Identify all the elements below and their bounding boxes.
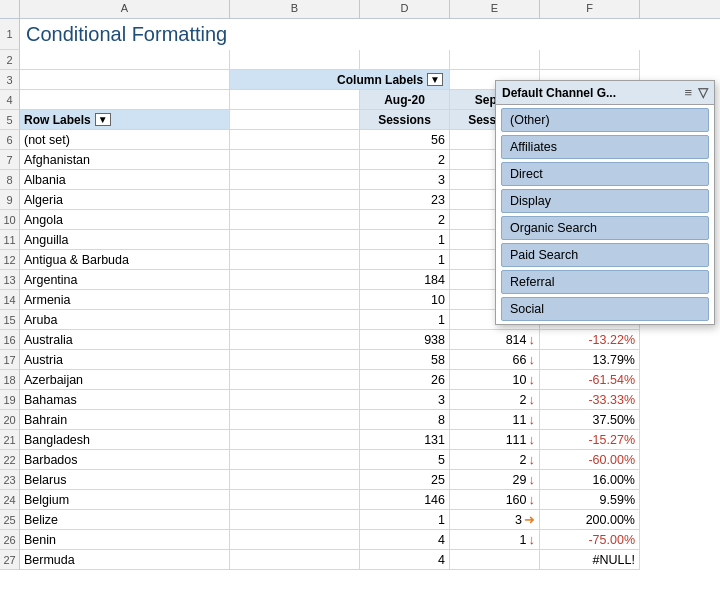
table-row: 25Belize13 ➜200.00% [0,510,720,530]
r4-A [20,90,230,110]
b-cell [230,390,360,410]
aug-sessions-cell: 26 [360,370,450,390]
country-name-cell: Australia [20,330,230,350]
r3-A [20,70,230,90]
r2-D [360,50,450,70]
aug-sessions-cell: 184 [360,270,450,290]
table-row: 19Bahamas32 ↓-33.33% [0,390,720,410]
rownum-2: 2 [0,50,20,70]
variance-cell: -60.00% [540,450,640,470]
country-name-cell: Barbados [20,450,230,470]
rownum-cell: 7 [0,150,20,170]
variance-cell: -13.22% [540,330,640,350]
country-name-cell: Aruba [20,310,230,330]
filter-item[interactable]: Affiliates [501,135,709,159]
country-name-cell: Anguilla [20,230,230,250]
trend-arrow-icon: ↓ [529,472,536,487]
b-cell [230,530,360,550]
filter-item[interactable]: Organic Search [501,216,709,240]
b-cell [230,330,360,350]
aug-sessions-cell: 1 [360,310,450,330]
r2-E [450,50,540,70]
country-name-cell: Afghanistan [20,150,230,170]
country-name-cell: Belize [20,510,230,530]
table-row: 23Belarus2529 ↓16.00% [0,470,720,490]
filter-panel-header: Default Channel G... ≡ ▽ [496,81,714,105]
filter-item[interactable]: Display [501,189,709,213]
trend-arrow-icon: ➜ [524,512,535,527]
col-D-letter: D [360,0,450,18]
sep-sessions-cell: 2 ↓ [450,390,540,410]
variance-cell: 16.00% [540,470,640,490]
r5-B [230,110,360,130]
aug-sessions-cell: 4 [360,530,450,550]
country-name-cell: Antigua & Barbuda [20,250,230,270]
b-cell [230,230,360,250]
r2-A [20,50,230,70]
b-cell [230,470,360,490]
aug-sessions-cell: 3 [360,390,450,410]
aug-sessions-cell: 1 [360,510,450,530]
variance-cell: -33.33% [540,390,640,410]
rownum-cell: 24 [0,490,20,510]
country-name-cell: Bahamas [20,390,230,410]
filter-funnel-icon[interactable]: ▽ [698,85,708,100]
filter-item[interactable]: Paid Search [501,243,709,267]
rownum-cell: 11 [0,230,20,250]
rownum-3: 3 [0,70,20,90]
country-name-cell: Benin [20,530,230,550]
variance-cell: 37.50% [540,410,640,430]
filter-sort-icon[interactable]: ≡ [684,85,692,100]
rownum-cell: 18 [0,370,20,390]
rownum-4: 4 [0,90,20,110]
col-B-letter: B [230,0,360,18]
filter-item[interactable]: (Other) [501,108,709,132]
sep-sessions-cell: 11 ↓ [450,410,540,430]
table-row: 18Azerbaijan2610 ↓-61.54% [0,370,720,390]
b-cell [230,150,360,170]
rownum-cell: 20 [0,410,20,430]
trend-arrow-icon: ↓ [529,332,536,347]
filter-panel[interactable]: Default Channel G... ≡ ▽ (Other)Affiliat… [495,80,715,325]
row-labels-dropdown-icon[interactable]: ▼ [95,113,111,126]
rownum-cell: 21 [0,430,20,450]
rownum-cell: 19 [0,390,20,410]
sep-sessions-cell [450,550,540,570]
rownum-cell: 16 [0,330,20,350]
aug-sessions-cell: 10 [360,290,450,310]
sep-sessions-cell: 160 ↓ [450,490,540,510]
b-cell [230,130,360,150]
rownum-cell: 22 [0,450,20,470]
filter-items-list[interactable]: (Other)AffiliatesDirectDisplayOrganic Se… [496,105,714,324]
trend-arrow-icon: ↓ [529,532,536,547]
sep-sessions-cell: 29 ↓ [450,470,540,490]
rownum-cell: 12 [0,250,20,270]
rownum-cell: 8 [0,170,20,190]
column-labels-dropdown-icon[interactable]: ▼ [427,73,443,86]
column-labels-cell[interactable]: Column Labels ▼ [230,70,450,90]
filter-item[interactable]: Referral [501,270,709,294]
country-name-cell: Angola [20,210,230,230]
aug-sessions-cell: 23 [360,190,450,210]
rownum-cell: 25 [0,510,20,530]
trend-arrow-icon: ↓ [529,492,536,507]
variance-cell: 200.00% [540,510,640,530]
table-row: 17Austria5866 ↓13.79% [0,350,720,370]
sep-sessions-cell: 3 ➜ [450,510,540,530]
country-name-cell: (not set) [20,130,230,150]
filter-item[interactable]: Social [501,297,709,321]
b-cell [230,250,360,270]
rownum-5: 5 [0,110,20,130]
spreadsheet-container: A B D E F 1 Conditional Formatting 2 3 C… [0,0,720,610]
aug-sessions-cell: 2 [360,210,450,230]
rownum-cell: 13 [0,270,20,290]
filter-item[interactable]: Direct [501,162,709,186]
trend-arrow-icon: ↓ [529,392,536,407]
b-cell [230,350,360,370]
b-cell [230,210,360,230]
sep-sessions-cell: 2 ↓ [450,450,540,470]
row-labels-header[interactable]: Row Labels ▼ [20,110,230,130]
table-row: 24Belgium146160 ↓9.59% [0,490,720,510]
country-name-cell: Albania [20,170,230,190]
trend-arrow-icon: ↓ [529,352,536,367]
